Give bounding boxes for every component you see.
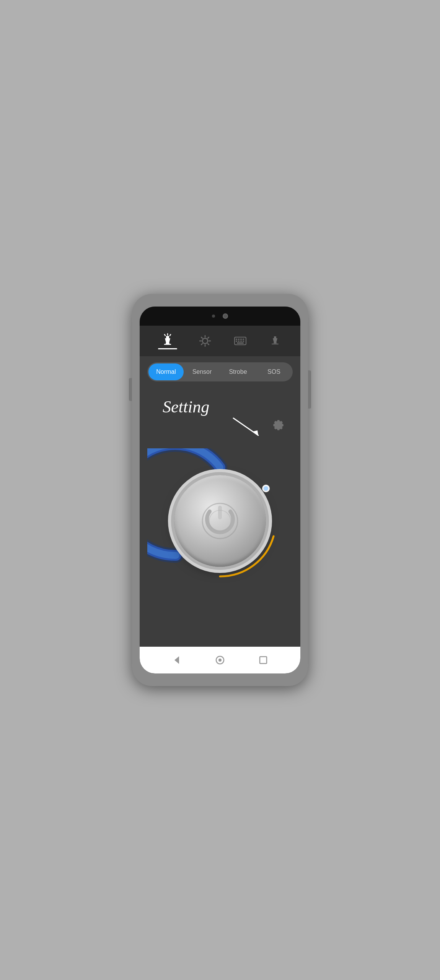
bottom-nav [140, 647, 300, 673]
mode-tabs: Normal Sensor Strobe SOS [147, 362, 293, 381]
svg-rect-21 [236, 341, 237, 342]
svg-rect-17 [236, 339, 237, 340]
svg-rect-5 [166, 343, 169, 344]
filter-nav-icon [268, 334, 282, 348]
svg-line-30 [233, 418, 258, 435]
camera-dot [223, 313, 228, 319]
main-area: Setting [140, 388, 300, 647]
svg-rect-20 [243, 339, 244, 340]
svg-point-39 [218, 659, 222, 662]
tab-strobe[interactable]: Strobe [220, 363, 256, 380]
svg-line-15 [201, 344, 202, 345]
tab-sos[interactable]: SOS [256, 363, 292, 380]
speaker-dot [212, 315, 215, 318]
home-button[interactable] [213, 653, 227, 667]
recent-icon [258, 655, 269, 665]
power-icon [199, 500, 241, 542]
flashlight-nav-icon [161, 333, 174, 347]
svg-rect-40 [260, 657, 267, 664]
svg-line-13 [208, 344, 209, 345]
recent-button[interactable] [256, 653, 270, 667]
svg-rect-23 [240, 341, 242, 342]
phone-device: Normal Sensor Strobe SOS Setting [132, 294, 308, 686]
nav-filter[interactable] [268, 334, 282, 348]
svg-line-1 [165, 334, 165, 336]
app-content: Normal Sensor Strobe SOS Setting [140, 326, 300, 673]
brightness-nav-icon [198, 334, 212, 348]
power-button[interactable] [174, 475, 266, 567]
svg-marker-31 [253, 430, 258, 435]
svg-line-12 [201, 337, 202, 338]
setting-text: Setting [163, 398, 209, 416]
svg-rect-3 [166, 336, 169, 338]
svg-rect-35 [218, 506, 222, 519]
nav-brightness[interactable] [198, 334, 212, 348]
svg-rect-25 [237, 342, 244, 344]
nav-flashlight[interactable] [158, 333, 177, 349]
back-button[interactable] [170, 653, 184, 667]
svg-marker-27 [273, 338, 277, 342]
svg-line-2 [170, 334, 171, 336]
nav-bar [140, 326, 300, 356]
svg-rect-22 [238, 341, 240, 342]
svg-rect-19 [240, 339, 242, 340]
svg-marker-37 [174, 656, 179, 664]
back-icon [171, 655, 182, 665]
settings-gear-icon[interactable] [271, 418, 285, 432]
setting-annotation: Setting [159, 391, 274, 453]
home-icon [215, 655, 225, 665]
power-dial-container [159, 460, 281, 582]
svg-rect-26 [274, 336, 276, 338]
svg-rect-28 [274, 342, 277, 344]
svg-point-7 [202, 338, 208, 344]
tab-sensor[interactable]: Sensor [184, 363, 220, 380]
svg-rect-18 [238, 339, 240, 340]
svg-marker-4 [165, 338, 170, 343]
svg-point-33 [264, 486, 268, 491]
tab-normal[interactable]: Normal [148, 363, 184, 380]
svg-rect-24 [243, 341, 244, 342]
nav-keyboard[interactable] [233, 334, 247, 348]
keyboard-nav-icon [233, 334, 247, 348]
phone-top-bar [140, 307, 300, 326]
phone-screen: Normal Sensor Strobe SOS Setting [140, 307, 300, 673]
svg-line-14 [208, 337, 209, 338]
